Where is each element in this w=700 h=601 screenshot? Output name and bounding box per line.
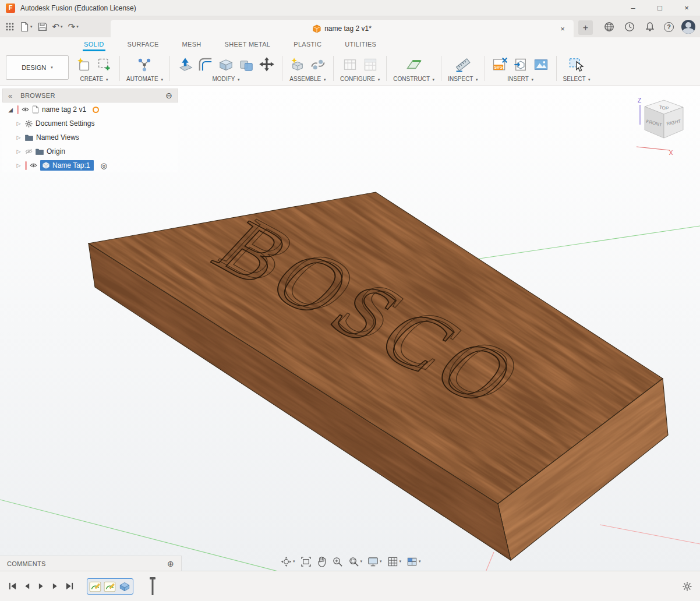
- close-document-icon[interactable]: ×: [557, 23, 568, 34]
- fit-view-button[interactable]: [300, 556, 312, 567]
- create-sketch-button[interactable]: [75, 56, 93, 73]
- skip-to-end-button[interactable]: [65, 582, 74, 591]
- timeline-extrude-feature[interactable]: [118, 580, 131, 593]
- timeline-sketch-feature[interactable]: [89, 580, 102, 593]
- caret-down-icon: ▾: [378, 77, 380, 82]
- select-button[interactable]: [568, 56, 585, 73]
- new-component-button[interactable]: [289, 56, 306, 73]
- group-configure-label[interactable]: CONFIGURE ▾: [340, 76, 380, 82]
- zoom-button[interactable]: [332, 556, 343, 567]
- design-menu-label: DESIGN: [22, 64, 46, 71]
- expand-arrow-icon[interactable]: ▷: [15, 135, 22, 140]
- automate-button[interactable]: [136, 56, 153, 73]
- grid-snap-button[interactable]: ▾: [387, 556, 402, 567]
- step-back-button[interactable]: [23, 582, 31, 591]
- timeline-playhead[interactable]: [149, 577, 157, 596]
- visibility-eye-icon[interactable]: [22, 107, 29, 112]
- add-comment-icon[interactable]: ⊕: [167, 559, 174, 568]
- group-select-label[interactable]: SELECT ▾: [563, 76, 591, 82]
- configuration-button[interactable]: [341, 56, 359, 73]
- timeline-sketch-feature[interactable]: [104, 580, 116, 593]
- tab-mesh[interactable]: MESH: [181, 38, 203, 51]
- selected-component-chip[interactable]: Name Tap:1: [40, 160, 94, 171]
- caret-down-icon: ▾: [293, 559, 295, 564]
- group-insert-label[interactable]: INSERT ▾: [507, 76, 533, 82]
- construct-plane-button[interactable]: [405, 56, 423, 73]
- insert-canvas-button[interactable]: [532, 56, 550, 73]
- visibility-off-eye-icon[interactable]: [25, 149, 33, 154]
- insert-svg-button[interactable]: SVG: [492, 56, 509, 73]
- play-button[interactable]: [37, 582, 45, 591]
- create-sketch-dimension-button[interactable]: [96, 56, 113, 73]
- help-button[interactable]: ?: [664, 22, 674, 32]
- combine-button[interactable]: [238, 56, 255, 73]
- document-node-label[interactable]: name tag 2 v1: [42, 105, 86, 114]
- group-create-label[interactable]: CREATE ▾: [80, 76, 108, 82]
- comments-bar[interactable]: COMMENTS ⊕: [0, 556, 182, 571]
- move-copy-button[interactable]: [258, 56, 275, 73]
- timeline-settings-button[interactable]: [683, 582, 692, 593]
- skip-to-start-button[interactable]: [8, 582, 17, 591]
- tab-sheet-metal[interactable]: SHEET METAL: [224, 38, 272, 51]
- undo-button[interactable]: ↶ ▾: [51, 19, 65, 34]
- tab-surface[interactable]: SURFACE: [126, 38, 160, 51]
- joint-button[interactable]: [309, 56, 327, 73]
- group-assemble-label[interactable]: ASSEMBLE ▾: [289, 76, 326, 82]
- new-document-tab-button[interactable]: +: [578, 20, 593, 35]
- job-status-button[interactable]: [623, 20, 636, 33]
- insert-mesh-button[interactable]: [512, 56, 529, 73]
- new-sketch-icon: [76, 57, 91, 72]
- browser-row-component[interactable]: ▷ Name Tap:1 ◎: [2, 158, 178, 172]
- viewports-button[interactable]: ▾: [406, 556, 421, 567]
- browser-row-named-views[interactable]: ▷ Named Views: [2, 130, 178, 144]
- named-views-label[interactable]: Named Views: [36, 133, 79, 142]
- group-automate-label[interactable]: AUTOMATE ▾: [126, 76, 163, 82]
- expand-arrow-icon[interactable]: ▷: [15, 162, 22, 168]
- group-construct-label[interactable]: CONSTRUCT ▾: [393, 76, 434, 82]
- automate-nodes-icon: [137, 57, 152, 72]
- display-settings-button[interactable]: ▾: [367, 556, 382, 567]
- activate-component-icon[interactable]: ◎: [100, 162, 107, 169]
- user-avatar[interactable]: [681, 20, 695, 34]
- close-button[interactable]: ×: [673, 0, 700, 16]
- home-web-button[interactable]: [603, 20, 616, 33]
- zoom-window-button[interactable]: ▾: [348, 556, 363, 567]
- panel-display-toggle-icon[interactable]: ⊖: [165, 91, 172, 100]
- group-inspect-label[interactable]: INSPECT ▾: [448, 76, 478, 82]
- orbit-button[interactable]: ▾: [281, 556, 295, 567]
- document-settings-label[interactable]: Document Settings: [36, 119, 94, 128]
- update-status-icon[interactable]: [93, 107, 99, 113]
- notifications-button[interactable]: [644, 20, 656, 33]
- browser-header[interactable]: « BROWSER ⊖: [2, 89, 178, 102]
- expand-arrow-icon[interactable]: ▷: [15, 121, 22, 126]
- origin-label[interactable]: Origin: [47, 147, 65, 155]
- visibility-eye-icon[interactable]: [30, 162, 37, 168]
- viewcube[interactable]: TOP FRONT RIGHT Z X: [637, 97, 683, 156]
- app-grid-button[interactable]: [3, 19, 16, 34]
- expand-arrow-icon[interactable]: ◢: [7, 107, 14, 113]
- document-tab[interactable]: name tag 2 v1* ×: [111, 20, 574, 37]
- fillet-button[interactable]: [197, 56, 214, 73]
- file-menu-button[interactable]: ▾: [18, 19, 34, 34]
- collapse-panel-icon[interactable]: «: [8, 91, 12, 100]
- configuration-insert-button[interactable]: [362, 56, 379, 73]
- pan-button[interactable]: [317, 556, 327, 567]
- tab-solid[interactable]: SOLID: [83, 38, 105, 51]
- design-workspace-menu[interactable]: DESIGN ▾: [6, 55, 69, 80]
- tab-plastic[interactable]: PLASTIC: [292, 38, 323, 51]
- redo-button[interactable]: ↷ ▾: [66, 19, 80, 34]
- tab-utilities[interactable]: UTILITIES: [344, 38, 377, 51]
- save-button[interactable]: [36, 19, 49, 34]
- shell-button[interactable]: [217, 56, 235, 73]
- press-pull-button[interactable]: [176, 56, 194, 73]
- expand-arrow-icon[interactable]: ▷: [15, 149, 22, 154]
- measure-button[interactable]: [454, 56, 472, 73]
- maximize-button[interactable]: □: [646, 0, 673, 16]
- minimize-button[interactable]: –: [620, 0, 646, 16]
- browser-row-document[interactable]: ◢ name tag 2 v1: [2, 102, 178, 116]
- browser-row-origin[interactable]: ▷ Origin: [2, 144, 178, 158]
- viewport-3d[interactable]: BOSCO BOSCO TOP FRONT RIGHT Z X: [0, 86, 700, 571]
- group-modify-label[interactable]: MODIFY ▾: [212, 76, 239, 82]
- step-forward-button[interactable]: [51, 582, 59, 591]
- browser-row-document-settings[interactable]: ▷ Document Settings: [2, 116, 178, 130]
